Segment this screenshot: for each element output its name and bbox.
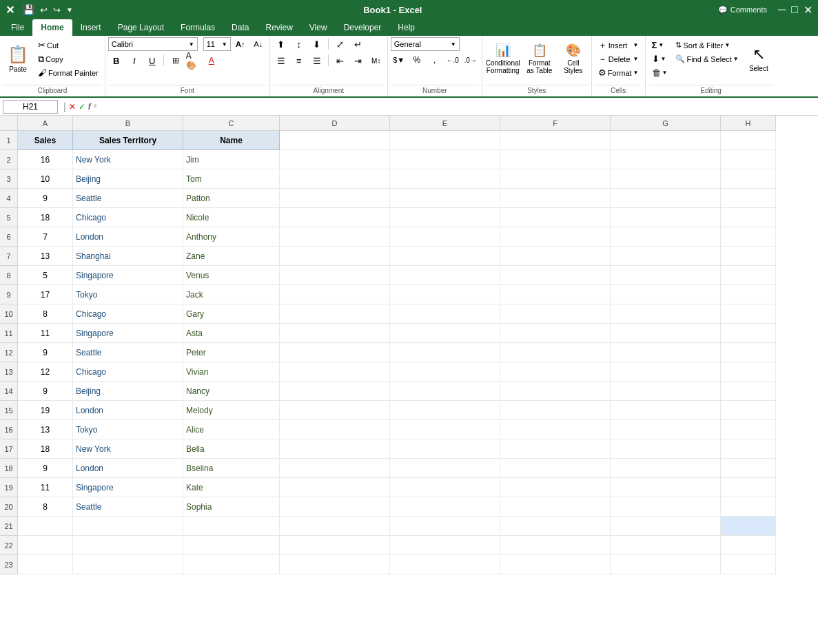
fill-button[interactable]: ⬇ ▼	[648, 52, 671, 65]
cell-b2[interactable]: New York	[73, 150, 183, 169]
cell-h23[interactable]	[721, 555, 776, 574]
cell-d12[interactable]	[280, 343, 390, 362]
autosum-button[interactable]: Σ ▼	[648, 39, 671, 52]
italic-button[interactable]: I	[126, 54, 143, 67]
cell-a4[interactable]: 9	[18, 189, 73, 208]
cell-b8[interactable]: Singapore	[73, 266, 183, 285]
cell-e23[interactable]	[390, 555, 500, 574]
cell-e15[interactable]	[390, 401, 500, 420]
cell-e11[interactable]	[390, 324, 500, 343]
cell-f20[interactable]	[500, 497, 611, 517]
cell-g7[interactable]	[611, 247, 721, 266]
cell-b5[interactable]: Chicago	[73, 208, 183, 227]
cell-c19[interactable]: Kate	[183, 478, 280, 497]
col-header-g[interactable]: G	[611, 116, 721, 131]
cell-h13[interactable]	[721, 362, 776, 382]
cell-d18[interactable]	[280, 459, 390, 478]
qa-customize[interactable]: ▼	[66, 6, 73, 14]
cell-h16[interactable]	[721, 420, 776, 439]
row-num-16[interactable]: 16	[0, 420, 18, 439]
cell-b6[interactable]: London	[73, 227, 183, 247]
cell-e4[interactable]	[390, 189, 500, 208]
conditional-formatting-button[interactable]: 📊 Conditional Formatting	[485, 37, 521, 80]
cell-a12[interactable]: 9	[18, 343, 73, 362]
cell-d5[interactable]	[280, 208, 390, 227]
cell-f16[interactable]	[500, 420, 611, 439]
col-header-a[interactable]: A	[18, 116, 73, 131]
cell-b4[interactable]: Seattle	[73, 189, 183, 208]
cell-d22[interactable]	[280, 536, 390, 555]
cell-f2[interactable]	[500, 150, 611, 169]
tab-developer[interactable]: Developer	[336, 19, 390, 36]
cell-e1[interactable]	[390, 131, 500, 150]
cell-c2[interactable]: Jim	[183, 150, 280, 169]
row-num-9[interactable]: 9	[0, 285, 18, 304]
cell-b1[interactable]: Sales Territory	[73, 131, 183, 150]
tab-review[interactable]: Review	[257, 19, 300, 36]
cell-e12[interactable]	[390, 343, 500, 362]
col-header-h[interactable]: H	[721, 116, 776, 131]
col-header-e[interactable]: E	[390, 116, 500, 131]
underline-button[interactable]: U	[144, 54, 161, 67]
cell-f15[interactable]	[500, 401, 611, 420]
cell-h20[interactable]	[721, 497, 776, 517]
cell-f17[interactable]	[500, 439, 611, 459]
row-num-3[interactable]: 3	[0, 169, 18, 189]
cell-h10[interactable]	[721, 304, 776, 324]
cell-h9[interactable]	[721, 285, 776, 304]
cell-b13[interactable]: Chicago	[73, 362, 183, 382]
row-num-14[interactable]: 14	[0, 382, 18, 401]
clear-button[interactable]: 🗑 ▼	[648, 66, 671, 79]
cell-b10[interactable]: Chicago	[73, 304, 183, 324]
cell-b23[interactable]	[73, 555, 183, 574]
cell-c20[interactable]: Sophia	[183, 497, 280, 517]
row-num-1[interactable]: 1	[0, 131, 18, 150]
cell-b19[interactable]: Singapore	[73, 478, 183, 497]
row-num-21[interactable]: 21	[0, 517, 18, 536]
cell-a14[interactable]: 9	[18, 382, 73, 401]
format-button[interactable]: ⚙ Format ▼	[595, 66, 642, 79]
cell-f3[interactable]	[500, 169, 611, 189]
row-num-15[interactable]: 15	[0, 401, 18, 420]
tab-formulas[interactable]: Formulas	[172, 19, 223, 36]
font-size-input[interactable]: 11 ▼	[203, 37, 231, 51]
cell-b18[interactable]: London	[73, 459, 183, 478]
cell-a9[interactable]: 17	[18, 285, 73, 304]
cell-h5[interactable]	[721, 208, 776, 227]
cell-f18[interactable]	[500, 459, 611, 478]
cell-g10[interactable]	[611, 304, 721, 324]
cell-b20[interactable]: Seattle	[73, 497, 183, 517]
cell-b3[interactable]: Beijing	[73, 169, 183, 189]
cell-d23[interactable]	[280, 555, 390, 574]
cell-c10[interactable]: Gary	[183, 304, 280, 324]
cell-a3[interactable]: 10	[18, 169, 73, 189]
cell-c4[interactable]: Patton	[183, 189, 280, 208]
cell-a11[interactable]: 11	[18, 324, 73, 343]
cell-h12[interactable]	[721, 343, 776, 362]
decrease-decimal-button[interactable]: ←.0	[444, 53, 461, 67]
cell-h1[interactable]	[721, 131, 776, 150]
minimize-button[interactable]: ─	[778, 3, 786, 16]
cell-d6[interactable]	[280, 227, 390, 247]
cell-a1[interactable]: Sales	[18, 131, 73, 150]
cell-e17[interactable]	[390, 439, 500, 459]
cell-a16[interactable]: 13	[18, 420, 73, 439]
cell-c16[interactable]: Alice	[183, 420, 280, 439]
row-num-23[interactable]: 23	[0, 555, 18, 574]
cell-c6[interactable]: Anthony	[183, 227, 280, 247]
cell-f7[interactable]	[500, 247, 611, 266]
cell-a21[interactable]	[18, 517, 73, 536]
col-header-f[interactable]: F	[500, 116, 611, 131]
cell-styles-button[interactable]: 🎨 Cell Styles	[558, 37, 589, 80]
cell-c3[interactable]: Tom	[183, 169, 280, 189]
format-painter-button[interactable]: 🖌 Format Painter	[34, 66, 102, 79]
cell-e22[interactable]	[390, 536, 500, 555]
cell-c14[interactable]: Nancy	[183, 382, 280, 401]
row-num-17[interactable]: 17	[0, 439, 18, 459]
cell-c21[interactable]	[183, 517, 280, 536]
cell-g20[interactable]	[611, 497, 721, 517]
row-num-20[interactable]: 20	[0, 497, 18, 517]
insert-function-icon[interactable]: f	[88, 102, 91, 112]
cell-f19[interactable]	[500, 478, 611, 497]
cell-d19[interactable]	[280, 478, 390, 497]
